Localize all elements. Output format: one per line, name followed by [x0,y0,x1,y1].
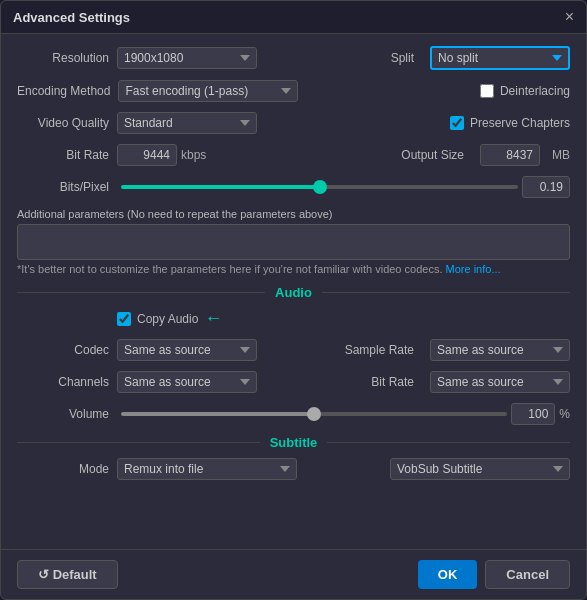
split-group: Split No split [391,46,570,70]
preserve-chapters-group: Preserve Chapters [450,116,570,130]
quality-row: Video Quality Standard Preserve Chapters [17,112,570,134]
resolution-split-row: Resolution 1900x1080 Split No split [17,46,570,70]
output-size-unit: MB [552,148,570,162]
audio-section-divider: Audio [17,285,570,300]
subtitle-section-divider: Subtitle [17,435,570,450]
channels-select[interactable]: Same as source [117,371,257,393]
channels-label: Channels [17,375,117,389]
bits-pixel-row: Bits/Pixel [17,176,570,198]
encoding-select[interactable]: Fast encoding (1-pass) [118,80,298,102]
audio-divider-left [17,292,265,293]
preserve-chapters-label: Preserve Chapters [470,116,570,130]
audio-bitrate-label: Bit Rate [371,375,422,389]
bits-pixel-slider-container [117,185,522,189]
copy-audio-label: Copy Audio [137,312,198,326]
resolution-label: Resolution [17,51,117,65]
cancel-button[interactable]: Cancel [485,560,570,589]
subtitle-divider-right [327,442,570,443]
copy-audio-row: Copy Audio ← [17,308,570,329]
sample-rate-label: Sample Rate [345,343,422,357]
footer: ↺ Default OK Cancel [1,549,586,599]
params-textarea[interactable] [17,224,570,260]
params-section: Additional parameters (No need to repeat… [17,208,570,275]
default-icon: ↺ [38,567,49,582]
bitrate-outputsize-row: Bit Rate kbps Output Size MB [17,144,570,166]
sample-rate-select[interactable]: Same as source [430,339,570,361]
audio-divider-right [322,292,570,293]
deinterlacing-checkbox[interactable] [480,84,494,98]
volume-row: Volume % [17,403,570,425]
resolution-select[interactable]: 1900x1080 [117,47,257,69]
ok-cancel-group: OK Cancel [418,560,570,589]
split-label: Split [391,51,422,65]
copy-audio-checkbox-group: Copy Audio [117,312,198,326]
arrow-indicator: ← [204,308,222,329]
bits-pixel-slider[interactable] [121,185,518,189]
note-text: *It's better not to customize the parame… [17,263,570,275]
ok-button[interactable]: OK [418,560,478,589]
codec-label: Codec [17,343,117,357]
codec-select[interactable]: Same as source [117,339,257,361]
encoding-row: Encoding Method Fast encoding (1-pass) D… [17,80,570,102]
split-select[interactable]: No split [430,46,570,70]
close-button[interactable]: × [565,9,574,25]
output-size-label: Output Size [401,148,472,162]
quality-label: Video Quality [17,116,117,130]
subtitle-mode-row: Mode Remux into file VobSub Subtitle [17,458,570,480]
subtitle-section-title: Subtitle [270,435,318,450]
bits-pixel-value-input[interactable] [522,176,570,198]
preserve-chapters-checkbox[interactable] [450,116,464,130]
subtitle-mode-label: Mode [17,462,117,476]
subtitle-format-select[interactable]: VobSub Subtitle [390,458,570,480]
advanced-settings-dialog: Advanced Settings × Resolution 1900x1080… [0,0,587,600]
channels-bitrate-row: Channels Same as source Bit Rate Same as… [17,371,570,393]
volume-unit: % [559,407,570,421]
bitrate-input[interactable] [117,144,177,166]
bits-pixel-label: Bits/Pixel [17,180,117,194]
deinterlacing-checkbox-group: Deinterlacing [480,84,570,98]
outputsize-group: Output Size MB [401,144,570,166]
codec-samplerate-row: Codec Same as source Sample Rate Same as… [17,339,570,361]
deinterlacing-label: Deinterlacing [500,84,570,98]
volume-slider-container [117,412,511,416]
subtitle-divider-left [17,442,260,443]
subtitle-mode-select[interactable]: Remux into file [117,458,297,480]
audio-bitrate-select[interactable]: Same as source [430,371,570,393]
audio-section-title: Audio [275,285,312,300]
quality-select[interactable]: Standard [117,112,257,134]
subtitle-format-group: VobSub Subtitle [390,458,570,480]
volume-label: Volume [17,407,117,421]
encoding-label: Encoding Method [17,84,118,98]
preserve-chapters-checkbox-group: Preserve Chapters [450,116,570,130]
params-label: Additional parameters (No need to repeat… [17,208,570,220]
dialog-content: Resolution 1900x1080 Split No split Enco… [1,34,586,549]
title-bar: Advanced Settings × [1,1,586,34]
deinterlacing-group: Deinterlacing [480,84,570,98]
default-button[interactable]: ↺ Default [17,560,118,589]
copy-audio-checkbox[interactable] [117,312,131,326]
volume-value-input[interactable] [511,403,555,425]
more-info-link[interactable]: More info... [446,263,501,275]
bitrate-unit: kbps [181,148,206,162]
volume-slider[interactable] [121,412,507,416]
output-size-input[interactable] [480,144,540,166]
sample-rate-group: Sample Rate Same as source [345,339,570,361]
bitrate-label: Bit Rate [17,148,117,162]
audio-bitrate-group: Bit Rate Same as source [371,371,570,393]
dialog-title: Advanced Settings [13,10,130,25]
